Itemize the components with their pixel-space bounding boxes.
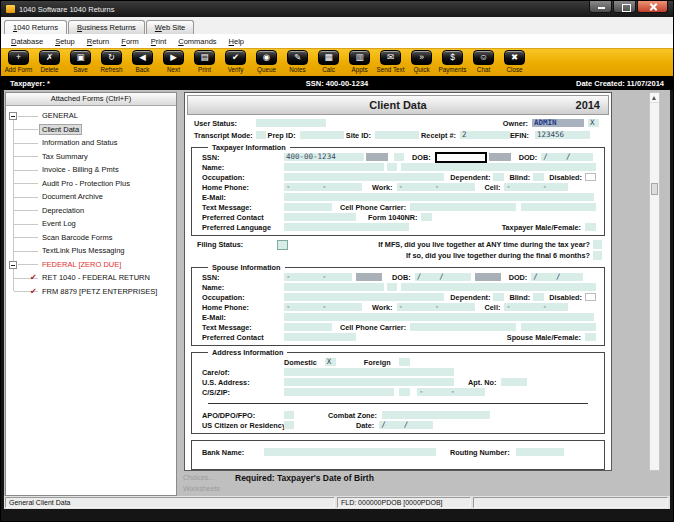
taxpayer-male-female-field[interactable] [585, 223, 596, 232]
tree-item[interactable]: TextLink Plus Messaging [6, 244, 176, 258]
taxpayer-carrier-field[interactable] [410, 203, 516, 212]
apo-field[interactable] [284, 411, 294, 420]
maximize-button[interactable] [613, 1, 636, 13]
toolbar-button[interactable]: ▥ Appts [344, 50, 375, 76]
toolbar-button[interactable]: ✗ Delete [34, 50, 65, 76]
toolbar-button[interactable]: ▦ Calc [313, 50, 344, 76]
taxpayer-carrier-other-field[interactable] [521, 203, 596, 212]
care-of-field[interactable] [284, 368, 454, 377]
site-id-field[interactable] [375, 131, 419, 140]
minimize-button[interactable] [589, 1, 612, 13]
attached-forms-header[interactable]: Attached Forms (Ctrl+F) [6, 93, 176, 106]
footer-link[interactable]: Choices... [183, 473, 220, 484]
spouse-preferred-contact-field[interactable] [284, 333, 356, 342]
spouse-dod-field[interactable]: / / [531, 273, 583, 282]
taxpayer-preferred-language-field[interactable] [284, 223, 409, 232]
tree-item[interactable]: GENERAL [6, 109, 176, 123]
toolbar-button[interactable]: ◉ Queue [251, 50, 282, 76]
toolbar-button[interactable]: » Quick [406, 50, 437, 76]
taxpayer-dob-verify-field[interactable] [489, 153, 511, 162]
spouse-dependent-field[interactable] [493, 293, 504, 302]
toolbar-button[interactable]: $ Payments [437, 50, 468, 76]
tree-item[interactable]: Event Log [6, 217, 176, 231]
tree-item[interactable]: Tax Summary [6, 150, 176, 164]
spouse-ssn-verify-field[interactable] [356, 273, 382, 282]
tree-item[interactable]: Audit Pro - Protection Plus [6, 177, 176, 191]
menu-item[interactable]: Database [5, 37, 49, 46]
menu-item[interactable]: Help [223, 37, 250, 46]
foreign-field[interactable] [399, 358, 410, 367]
spouse-disabled-field[interactable] [585, 293, 596, 302]
taxpayer-cell-phone-field[interactable]: - - [504, 183, 568, 192]
efin-field[interactable]: 123456 [535, 131, 590, 140]
taxpayer-ssn-flag-field[interactable] [394, 153, 404, 162]
state-field[interactable] [399, 388, 410, 397]
tab[interactable]: 1040 Returns [4, 20, 67, 34]
taxpayer-dod-field[interactable]: / / [541, 153, 593, 162]
owner-field[interactable]: ADMIN [532, 119, 584, 128]
taxpayer-text-message-field[interactable] [284, 203, 332, 212]
taxpayer-home-phone-field[interactable]: - - [284, 183, 362, 192]
spouse-first-name-field[interactable] [401, 283, 596, 292]
spouse-text-message-field[interactable] [284, 323, 332, 332]
toolbar-button[interactable]: ✖ Close [499, 50, 530, 76]
spouse-dob-field[interactable]: / / [415, 273, 471, 282]
tab[interactable]: Web Site [146, 20, 194, 34]
city-field[interactable] [284, 388, 394, 397]
tree-item[interactable]: ✔ RET 1040 - FEDERAL RETURN [6, 271, 176, 285]
apt-no-field[interactable] [501, 378, 527, 387]
tree-item[interactable]: Invoice - Billing & Pmts [6, 163, 176, 177]
taxpayer-preferred-contact-field[interactable] [284, 213, 356, 222]
form-1040nr-field[interactable] [421, 213, 432, 222]
spouse-male-female-field[interactable] [585, 333, 596, 342]
transcript-mode-field[interactable] [256, 131, 266, 140]
taxpayer-ssn-verify-field[interactable] [366, 153, 388, 162]
tree-item[interactable]: Information and Status [6, 136, 176, 150]
zip-field[interactable]: - - [417, 388, 485, 397]
taxpayer-dob-field[interactable] [435, 152, 487, 163]
toolbar-button[interactable]: ✎ Notes [282, 50, 313, 76]
tree-item[interactable]: Depreciation [6, 204, 176, 218]
collapse-icon[interactable] [9, 112, 17, 120]
routing-number-field[interactable] [516, 448, 564, 457]
toolbar-button[interactable]: ☺ Chat [468, 50, 499, 76]
tree-item[interactable]: ✔ FRM 8879 [PETZ ENTERPRISES] [6, 285, 176, 299]
spouse-ssn-field[interactable]: - - [284, 273, 352, 282]
scroll-up-icon[interactable] [650, 93, 659, 103]
spouse-cell-phone-field[interactable]: - - [504, 303, 568, 312]
toolbar-button[interactable]: ◀ Back [127, 50, 158, 76]
spouse-email-field[interactable] [284, 313, 594, 322]
taxpayer-first-name-field[interactable] [401, 163, 596, 172]
taxpayer-email-field[interactable] [284, 193, 594, 202]
spouse-dob-verify-field[interactable] [475, 273, 501, 282]
spouse-middle-initial-field[interactable] [387, 283, 397, 292]
filing-status-field[interactable] [277, 240, 288, 250]
mfs-question-2-field[interactable] [593, 251, 602, 260]
menu-item[interactable]: Form [115, 37, 145, 46]
spouse-work-phone-field[interactable]: - - [397, 303, 475, 312]
toolbar-button[interactable]: ↻ Refresh [96, 50, 127, 76]
menu-item[interactable]: Commands [172, 37, 222, 46]
menu-item[interactable]: Print [145, 37, 172, 46]
tree-item[interactable]: Client Data [6, 123, 176, 137]
menu-item[interactable]: Setup [49, 37, 81, 46]
spouse-last-name-field[interactable] [284, 283, 384, 292]
receipt-field[interactable]: 2 [460, 131, 510, 140]
menu-item[interactable]: Return [81, 37, 116, 46]
footer-link[interactable]: Worksheets [183, 484, 220, 495]
toolbar-button[interactable]: ▤ Print [189, 50, 220, 76]
scrollbar-thumb[interactable] [651, 183, 658, 195]
toolbar-button[interactable]: ✉ Send Text [375, 50, 406, 76]
spouse-home-phone-field[interactable]: - - [284, 303, 362, 312]
user-status-field[interactable] [256, 119, 326, 128]
residency-date-field[interactable]: / / [379, 421, 433, 430]
us-address-field[interactable] [284, 378, 454, 387]
tree-item[interactable]: Scan Barcode Forms [6, 231, 176, 245]
taxpayer-last-name-field[interactable] [284, 163, 384, 172]
taxpayer-dependent-field[interactable] [493, 173, 504, 182]
tree-item[interactable]: FEDERAL [ZERO DUE] [6, 258, 176, 272]
owner-clear-field[interactable]: X [588, 119, 599, 128]
domestic-field[interactable]: X [325, 358, 336, 367]
taxpayer-blind-field[interactable] [533, 173, 544, 182]
spouse-carrier-field[interactable] [410, 323, 516, 332]
